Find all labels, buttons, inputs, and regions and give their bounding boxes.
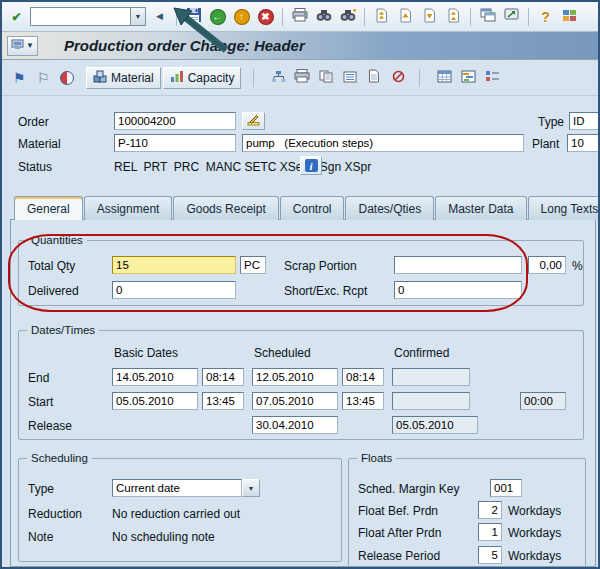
end-scheduled-date-field[interactable]: 12.05.2010 xyxy=(252,368,338,386)
last-page-button[interactable] xyxy=(443,6,464,27)
customize-icon xyxy=(562,9,577,25)
edit-button[interactable] xyxy=(242,112,265,130)
tab-general[interactable]: General xyxy=(14,196,83,220)
type-label: Type xyxy=(538,113,564,131)
help-button[interactable]: ? xyxy=(535,6,556,27)
block-button[interactable] xyxy=(387,67,409,89)
start-row-label: Start xyxy=(28,393,53,411)
list-icon xyxy=(343,69,357,87)
chevron-down-icon[interactable]: ▼ xyxy=(242,479,260,497)
application-toolbar: ⚑ ⚐ Material Capacity xyxy=(2,60,598,96)
command-input[interactable] xyxy=(30,7,130,26)
material-field[interactable]: P-110 xyxy=(114,134,236,152)
material-button-label: Material xyxy=(111,71,154,85)
back-button[interactable]: ← xyxy=(207,6,228,27)
tab-goods-receipt[interactable]: Goods Receipt xyxy=(173,196,278,220)
first-page-button[interactable] xyxy=(371,6,392,27)
tab-assignment[interactable]: Assignment xyxy=(84,196,173,220)
scrap-portion-field[interactable] xyxy=(394,256,522,274)
total-qty-field[interactable]: 15 xyxy=(112,256,236,274)
release-period-label: Release Period xyxy=(358,547,440,565)
float-after-field[interactable]: 1 xyxy=(478,523,502,541)
release-confirmed-date-field[interactable]: 05.05.2010 xyxy=(392,416,478,434)
exit-button[interactable]: ↑ xyxy=(231,6,252,27)
start-confirmed-time-field[interactable]: 00:00 xyxy=(520,392,566,410)
info-icon: i xyxy=(305,159,318,172)
cancel-button[interactable]: ✖ xyxy=(255,6,276,27)
toolbar-divider xyxy=(419,69,420,87)
tab-long-texts[interactable]: Long Texts xyxy=(528,196,600,220)
dates-times-group-title: Dates/Times xyxy=(27,323,99,337)
sched-margin-key-label: Sched. Margin Key xyxy=(358,480,459,498)
command-dropdown-button[interactable]: ▼ xyxy=(130,7,146,26)
status-info-button[interactable]: i xyxy=(300,156,322,175)
prev-page-button[interactable] xyxy=(395,6,416,27)
release-scheduled-date-field[interactable]: 30.04.2010 xyxy=(252,416,338,434)
percent-sign: % xyxy=(572,257,583,275)
find-next-button[interactable] xyxy=(337,6,358,27)
tab-master-data[interactable]: Master Data xyxy=(435,196,526,220)
app-print-button[interactable] xyxy=(291,67,313,89)
hierarchy-button[interactable] xyxy=(267,67,289,89)
plant-field[interactable]: 10 xyxy=(567,134,600,152)
scheduling-group-title: Scheduling xyxy=(27,451,92,465)
unit-field[interactable]: PC xyxy=(240,256,266,274)
chevron-left-icon: ◀ xyxy=(156,12,163,21)
delivered-field[interactable]: 0 xyxy=(112,281,236,299)
tab-dates-qties[interactable]: Dates/Qties xyxy=(345,196,434,220)
find-next-icon xyxy=(340,9,356,25)
shortcut-icon xyxy=(504,8,519,25)
document-button[interactable] xyxy=(363,67,385,89)
hierarchy-icon xyxy=(271,69,286,87)
material-description-field[interactable]: pump (Execution steps) xyxy=(242,134,524,152)
float-before-field[interactable]: 2 xyxy=(478,501,502,519)
list-button[interactable] xyxy=(339,67,361,89)
end-basic-date-field[interactable]: 14.05.2010 xyxy=(112,368,198,386)
material-button[interactable]: Material xyxy=(86,67,161,89)
status-flag-outline-button[interactable]: ⚐ xyxy=(32,67,54,89)
scheduling-type-select[interactable]: Current date ▼ xyxy=(112,479,260,497)
save-button[interactable] xyxy=(183,6,204,27)
note-value: No scheduling note xyxy=(112,528,215,546)
start-confirmed-field[interactable] xyxy=(392,392,470,410)
toolbar-divider xyxy=(528,8,529,26)
short-excess-field[interactable]: 0 xyxy=(394,281,522,299)
find-button[interactable] xyxy=(313,6,334,27)
order-field[interactable]: 100004200 xyxy=(114,112,236,130)
gantt-button[interactable] xyxy=(457,67,479,89)
capacity-button-label: Capacity xyxy=(188,71,235,85)
hide-command-field-button[interactable]: ◀ xyxy=(149,6,170,27)
legend-button[interactable] xyxy=(481,67,503,89)
end-basic-time-field[interactable]: 08:14 xyxy=(202,368,244,386)
prev-page-icon xyxy=(399,8,412,26)
back-icon: ← xyxy=(210,9,226,25)
shortcut-button[interactable] xyxy=(501,6,522,27)
enter-button[interactable]: ✔ xyxy=(6,6,27,27)
release-period-field[interactable]: 5 xyxy=(478,546,502,564)
start-scheduled-date-field[interactable]: 07.05.2010 xyxy=(252,392,338,410)
sched-margin-key-field[interactable]: 001 xyxy=(490,479,522,497)
next-page-button[interactable] xyxy=(419,6,440,27)
scrap-percent-field[interactable]: 0,00 xyxy=(528,256,566,274)
end-scheduled-time-field[interactable]: 08:14 xyxy=(342,368,384,386)
status-flag-button[interactable]: ⚑ xyxy=(8,67,30,89)
scheduling-type-label: Type xyxy=(28,480,54,498)
start-basic-time-field[interactable]: 13:45 xyxy=(202,392,244,410)
status-circle-button[interactable] xyxy=(56,67,78,89)
copy-button[interactable] xyxy=(315,67,337,89)
customize-button[interactable] xyxy=(559,6,580,27)
reduction-value: No reduction carried out xyxy=(112,505,240,523)
sap-window: ✔ ▼ ◀ ← ↑ ✖ xyxy=(0,0,600,569)
chevron-down-icon: ▼ xyxy=(26,41,34,50)
title-menu-button[interactable]: ▼ xyxy=(7,36,38,56)
type-field[interactable]: ID xyxy=(569,112,600,130)
start-basic-date-field[interactable]: 05.05.2010 xyxy=(112,392,198,410)
table-button[interactable] xyxy=(433,67,455,89)
end-confirmed-field[interactable] xyxy=(392,368,470,386)
new-session-button[interactable] xyxy=(477,6,498,27)
tab-control[interactable]: Control xyxy=(280,196,345,220)
capacity-button[interactable]: Capacity xyxy=(163,67,242,89)
start-scheduled-time-field[interactable]: 13:45 xyxy=(342,392,384,410)
print-button[interactable] xyxy=(289,6,310,27)
check-icon: ✔ xyxy=(11,11,21,23)
